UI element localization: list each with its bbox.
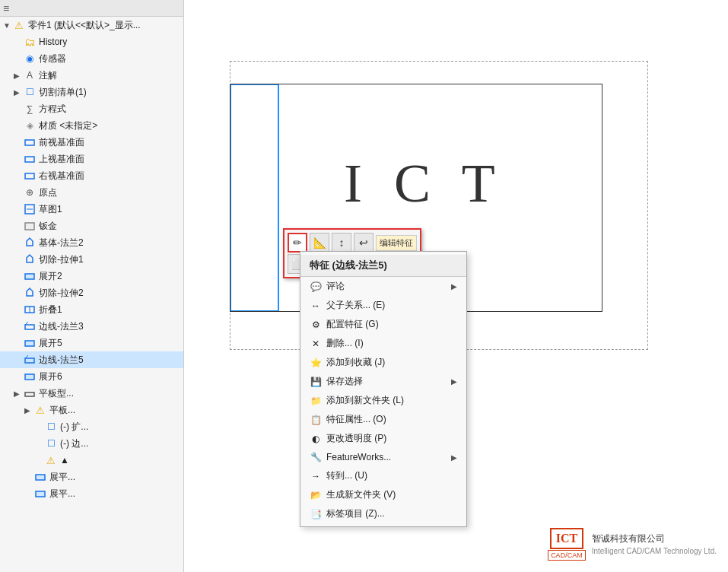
ctx-item-goto[interactable]: →转到... (U): [300, 466, 466, 485]
ctx-item-comment[interactable]: 💬评论▶: [300, 277, 466, 296]
edit-sketch-button[interactable]: 📐: [310, 233, 329, 253]
tree-item-origin[interactable]: ⊕原点: [0, 184, 184, 201]
tree-icon-sensor: ◉: [23, 52, 37, 65]
context-menu-header: 特征 (边线-法兰5): [300, 255, 466, 277]
tree-icon-base_flange2: [23, 236, 37, 249]
ctx-item-featureworks[interactable]: 🔧FeatureWorks...▶: [300, 448, 466, 466]
tree-icon-right_plane: [23, 169, 37, 183]
tree-label-equation: 方程式: [39, 103, 66, 116]
tree-label-edge_flange5: 边线-法兰5: [39, 354, 84, 367]
tree-item-cut_extrude2[interactable]: 切除-拉伸2: [0, 284, 184, 301]
tree-label-cut_extrude1: 切除-拉伸1: [39, 253, 84, 266]
tree-item-unfold_p1[interactable]: 展平...: [0, 469, 184, 485]
ctx-item-add_favorite[interactable]: ⭐添加到收藏 (J): [300, 353, 466, 372]
tree-item-right_plane[interactable]: 右视基准面: [0, 167, 184, 184]
tree-item-warning_item[interactable]: ⚠▲: [0, 452, 184, 469]
tree-item-cutlist[interactable]: ▶☐切割清单(1): [0, 84, 184, 100]
tree-label-right_plane: 右视基准面: [39, 170, 84, 183]
tree-item-edge_flange5[interactable]: 边线-法兰5: [0, 351, 184, 368]
ctx-label-change_transparency: 更改透明度 (P): [326, 432, 457, 445]
tree-item-sketch1[interactable]: 草图1: [0, 201, 184, 218]
expand-arrow-part[interactable]: ▼: [3, 21, 12, 30]
tree-item-unfold6[interactable]: 展开6: [0, 368, 184, 385]
svg-rect-12: [25, 325, 34, 329]
ctx-arrow-comment: ▶: [451, 282, 457, 291]
tree-item-top_plane[interactable]: 上视基准面: [0, 151, 184, 167]
tree-item-fold1[interactable]: 折叠1: [0, 301, 184, 318]
svg-rect-20: [36, 491, 45, 497]
expand-arrow-annotation[interactable]: ▶: [14, 72, 23, 80]
ctx-item-save_selection[interactable]: 💾保存选择▶: [300, 372, 466, 391]
tree-item-unfold5[interactable]: 展开5: [0, 335, 184, 351]
ctx-item-change_transparency[interactable]: ◐更改透明度 (P): [300, 429, 466, 448]
tree-item-front_plane[interactable]: 前视基准面: [0, 134, 184, 151]
svg-rect-18: [25, 392, 34, 396]
ctx-icon-save_selection: 💾: [310, 376, 322, 388]
tree-item-cut_minus2[interactable]: ☐(-) 边...: [0, 435, 184, 452]
ctx-item-config_feature[interactable]: ⚙配置特征 (G): [300, 315, 466, 334]
ctx-label-tab_items: 标签项目 (Z)...: [326, 507, 457, 520]
tree-item-part[interactable]: ▼⚠零件1 (默认<<默认>_显示...: [0, 17, 184, 33]
svg-rect-8: [25, 274, 34, 279]
ctx-item-add_to_folder[interactable]: 📁添加到新文件夹 (L): [300, 391, 466, 410]
tree-label-part: 零件1 (默认<<默认>_显示...: [28, 19, 141, 32]
tree-icon-cut_minus2: ☐: [44, 437, 58, 450]
top-toolbar: ≡: [0, 0, 184, 17]
ctx-icon-feature_props: 📋: [310, 414, 322, 426]
company-cn: 智诚科技有限公司: [592, 532, 717, 545]
tree-item-cut_minus1[interactable]: ☐(-) 扩...: [0, 418, 184, 435]
tree-item-flat_type[interactable]: ▶平板型...: [0, 385, 184, 402]
tree-item-base_flange2[interactable]: 基体-法兰2: [0, 234, 184, 251]
tree-icon-flat_sub: ⚠: [33, 403, 47, 417]
expand-arrow-flat_sub[interactable]: ▶: [24, 406, 33, 415]
edit-feature-button[interactable]: ✏: [288, 233, 307, 253]
ctx-label-save_selection: 保存选择: [326, 375, 447, 388]
ctx-icon-goto: →: [310, 470, 322, 482]
tree-item-history[interactable]: 🗂History: [0, 33, 184, 50]
svg-marker-9: [27, 288, 33, 296]
tree-item-sensor[interactable]: ◉传感器: [0, 50, 184, 67]
tree-item-material[interactable]: ◈材质 <未指定>: [0, 117, 184, 134]
tree-label-edge_flange3: 边线-法兰3: [39, 320, 84, 333]
feature-tree: ▼⚠零件1 (默认<<默认>_显示...🗂History◉传感器▶A注解▶☐切割…: [0, 17, 184, 572]
tree-label-unfold6: 展开6: [39, 370, 62, 383]
ctx-icon-new_folder: 📂: [310, 489, 322, 501]
watermark: ICT CAD/CAM 智诚科技有限公司 Intelligent CAD/CAM…: [548, 528, 717, 561]
tree-label-origin: 原点: [39, 186, 57, 199]
tree-item-annotation[interactable]: ▶A注解: [0, 67, 184, 84]
expand-arrow-flat_type[interactable]: ▶: [14, 389, 23, 398]
company-en: Intelligent CAD/CAM Technology Ltd.: [592, 545, 717, 557]
tree-icon-sketch1: [23, 202, 37, 216]
tree-item-unfold_p2[interactable]: 展平...: [0, 485, 184, 502]
tree-label-sensor: 传感器: [39, 52, 66, 65]
tree-label-cut_extrude2: 切除-拉伸2: [39, 287, 84, 300]
tree-item-unfold2[interactable]: 展开2: [0, 268, 184, 284]
ctx-item-tab_items[interactable]: 📑标签项目 (Z)...: [300, 504, 466, 523]
tree-item-flat_sub[interactable]: ▶⚠平板...: [0, 402, 184, 418]
tree-icon-origin: ⊕: [23, 186, 37, 199]
watermark-sub: CAD/CAM: [548, 550, 586, 561]
tree-label-cut_minus1: (-) 扩...: [60, 421, 88, 434]
undo-button[interactable]: ↩: [354, 233, 374, 253]
tree-item-edge_flange3[interactable]: 边线-法兰3: [0, 318, 184, 335]
tree-icon-history: 🗂: [23, 35, 37, 49]
smart-dim-button[interactable]: ↕: [332, 233, 351, 253]
ctx-item-delete[interactable]: ✕删除... (I): [300, 334, 466, 353]
ctx-item-parent_child[interactable]: ↔父子关系... (E): [300, 296, 466, 315]
tree-icon-cut_extrude2: [23, 286, 37, 300]
tree-item-equation[interactable]: ∑方程式: [0, 100, 184, 117]
svg-rect-15: [25, 358, 34, 363]
tree-label-front_plane: 前视基准面: [39, 136, 84, 149]
menu-icon[interactable]: ≡: [3, 2, 9, 14]
tree-item-cut_extrude1[interactable]: 切除-拉伸1: [0, 251, 184, 268]
svg-rect-17: [25, 374, 34, 380]
ctx-item-new_folder[interactable]: 📂生成新文件夹 (V): [300, 485, 466, 504]
ctx-label-parent_child: 父子关系... (E): [326, 299, 457, 312]
svg-rect-1: [25, 157, 34, 162]
ctx-label-comment: 评论: [326, 280, 447, 293]
ctx-icon-delete: ✕: [310, 338, 322, 350]
tree-item-sheetmetal[interactable]: 钣金: [0, 218, 184, 234]
ctx-item-feature_props[interactable]: 📋特征属性... (O): [300, 410, 466, 429]
svg-marker-6: [27, 238, 33, 246]
expand-arrow-cutlist[interactable]: ▶: [14, 88, 23, 97]
